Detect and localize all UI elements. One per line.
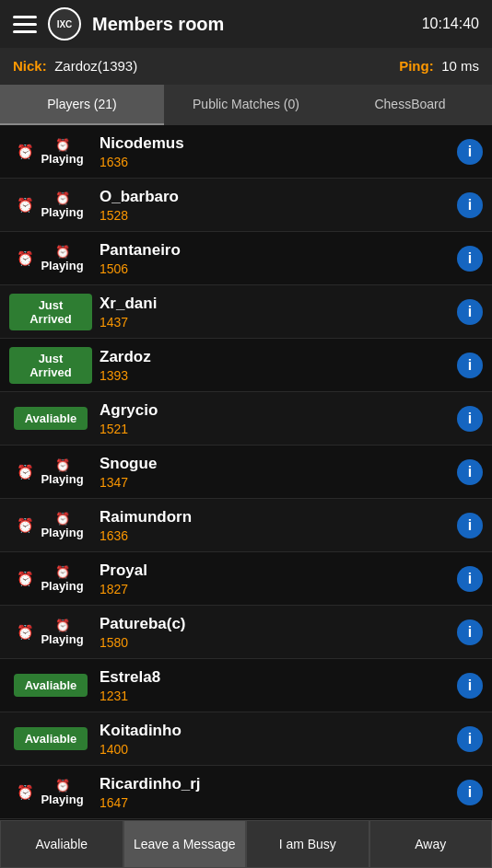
player-status: Avaliable bbox=[14, 727, 88, 750]
table-row: ⏰ Playing Snogue 1347 i bbox=[0, 446, 492, 499]
player-rating: 1521 bbox=[100, 422, 457, 436]
player-status: Avaliable bbox=[14, 674, 88, 697]
tab-chessboard-label: ChessBoard bbox=[374, 97, 445, 111]
nick-label: Nick: bbox=[13, 58, 47, 74]
player-rating: 1400 bbox=[100, 742, 457, 757]
player-rating: 1636 bbox=[100, 155, 457, 169]
tabs: Players (21) Public Matches (0) ChessBoa… bbox=[0, 85, 492, 125]
status-badge: ⏰ Playing bbox=[9, 561, 92, 597]
info-button[interactable]: i bbox=[457, 246, 483, 272]
player-status: ⏰ Playing bbox=[9, 454, 92, 491]
player-info: Proyal 1827 bbox=[92, 561, 457, 596]
tab-players[interactable]: Players (21) bbox=[0, 85, 164, 125]
player-name: Estrela8 bbox=[100, 668, 457, 687]
status-badge: Avaliable bbox=[9, 674, 92, 697]
bottom-away-label: Away bbox=[415, 837, 446, 851]
header: IXC Members room 10:14:40 bbox=[0, 0, 492, 48]
player-status: ⏰ Playing bbox=[9, 133, 92, 170]
player-rating: 1647 bbox=[100, 795, 457, 810]
status-badge: Just Arrived bbox=[9, 294, 92, 330]
tab-players-label: Players (21) bbox=[47, 97, 116, 111]
bottom-leave-message-label: Leave a Message bbox=[134, 837, 236, 851]
status-badge: ⏰ Playing bbox=[9, 774, 92, 811]
bottom-avaliable-label: Avaliable bbox=[35, 837, 88, 851]
bottom-away-button[interactable]: Away bbox=[369, 820, 493, 868]
info-button[interactable]: i bbox=[457, 619, 483, 645]
logo-text: IXC bbox=[57, 19, 73, 29]
player-name: Xr_dani bbox=[100, 295, 457, 313]
status-badge: ⏰ Playing bbox=[9, 240, 92, 277]
player-rating: 1437 bbox=[100, 315, 457, 330]
nick-bar: Nick: Zardoz(1393) Ping: 10 ms bbox=[0, 48, 492, 85]
table-row: ⏰ Playing O_barbaro 1528 i bbox=[0, 179, 492, 232]
status-badge: ⏰ Playing bbox=[9, 133, 92, 170]
info-button[interactable]: i bbox=[457, 459, 483, 485]
player-status: ⏰ Playing bbox=[9, 774, 92, 811]
ping-section: Ping: 10 ms bbox=[399, 58, 479, 75]
status-badge: ⏰ Playing bbox=[9, 614, 92, 651]
player-rating: 1231 bbox=[100, 689, 457, 703]
player-info: Ricardinho_rj 1647 bbox=[92, 775, 457, 810]
ping-value: 10 ms bbox=[441, 58, 479, 74]
table-row: ⏰ Playing Ricardinho_rj 1647 i bbox=[0, 766, 492, 819]
table-row: Avaliable Estrela8 1231 i bbox=[0, 659, 492, 712]
table-row: Avaliable Koitadinho 1400 i bbox=[0, 712, 492, 766]
player-info: Raimundorn 1636 bbox=[92, 508, 457, 543]
status-badge: ⏰ Playing bbox=[9, 187, 92, 224]
player-rating: 1393 bbox=[100, 368, 457, 383]
info-button[interactable]: i bbox=[457, 139, 483, 165]
player-info: Koitadinho 1400 bbox=[92, 722, 457, 757]
info-button[interactable]: i bbox=[457, 353, 483, 378]
header-left: IXC Members room bbox=[13, 7, 224, 41]
player-info: Nicodemus 1636 bbox=[92, 134, 457, 169]
tab-chessboard[interactable]: ChessBoard bbox=[328, 85, 492, 125]
info-button[interactable]: i bbox=[457, 780, 483, 805]
tab-public-matches[interactable]: Public Matches (0) bbox=[164, 85, 328, 125]
table-row: ⏰ Playing Proyal 1827 i bbox=[0, 552, 492, 606]
info-button[interactable]: i bbox=[457, 726, 483, 752]
bottom-busy-button[interactable]: I am Busy bbox=[246, 820, 369, 868]
table-row: Just Arrived Xr_dani 1437 i bbox=[0, 285, 492, 339]
player-info: Xr_dani 1437 bbox=[92, 295, 457, 330]
tab-public-matches-label: Public Matches (0) bbox=[193, 97, 299, 111]
player-name: Proyal bbox=[100, 561, 457, 580]
player-info: Patureba(c) 1580 bbox=[92, 615, 457, 650]
status-badge: Just Arrived bbox=[9, 347, 92, 384]
menu-icon[interactable] bbox=[13, 16, 37, 33]
table-row: ⏰ Playing Nicodemus 1636 i bbox=[0, 125, 492, 179]
player-name: Agrycio bbox=[100, 401, 457, 420]
bottom-bar: Avaliable Leave a Message I am Busy Away bbox=[0, 820, 492, 868]
info-button[interactable]: i bbox=[457, 192, 483, 218]
status-badge: Avaliable bbox=[9, 407, 92, 430]
bottom-avaliable-button[interactable]: Avaliable bbox=[0, 820, 123, 868]
info-button[interactable]: i bbox=[457, 566, 483, 592]
player-status: ⏰ Playing bbox=[9, 614, 92, 651]
player-name: O_barbaro bbox=[100, 188, 457, 206]
table-row: ⏰ Playing Patureba(c) 1580 i bbox=[0, 606, 492, 659]
player-rating: 1827 bbox=[100, 582, 457, 596]
player-name: Nicodemus bbox=[100, 134, 457, 153]
nick-value: Zardoz(1393) bbox=[54, 58, 137, 74]
player-name: Ricardinho_rj bbox=[100, 775, 457, 793]
table-row: ⏰ Playing Raimundorn 1636 i bbox=[0, 499, 492, 552]
player-status: Just Arrived bbox=[9, 347, 92, 384]
player-name: Patureba(c) bbox=[100, 615, 457, 633]
player-rating: 1636 bbox=[100, 528, 457, 543]
player-name: Pantaneiro bbox=[100, 241, 457, 260]
status-badge: Avaliable bbox=[9, 727, 92, 750]
player-info: O_barbaro 1528 bbox=[92, 188, 457, 223]
bottom-busy-label: I am Busy bbox=[279, 837, 336, 851]
ping-label: Ping: bbox=[399, 58, 434, 74]
player-status: Just Arrived bbox=[9, 294, 92, 330]
table-row: Avaliable Agrycio 1521 i bbox=[0, 392, 492, 446]
player-name: Raimundorn bbox=[100, 508, 457, 527]
player-status: ⏰ Playing bbox=[9, 561, 92, 597]
info-button[interactable]: i bbox=[457, 406, 483, 432]
info-button[interactable]: i bbox=[457, 299, 483, 325]
info-button[interactable]: i bbox=[457, 673, 483, 699]
info-button[interactable]: i bbox=[457, 513, 483, 538]
header-time: 10:14:40 bbox=[422, 16, 479, 32]
player-name: Zardoz bbox=[100, 348, 457, 366]
bottom-leave-message-button[interactable]: Leave a Message bbox=[123, 820, 247, 868]
player-status: Avaliable bbox=[14, 407, 88, 430]
